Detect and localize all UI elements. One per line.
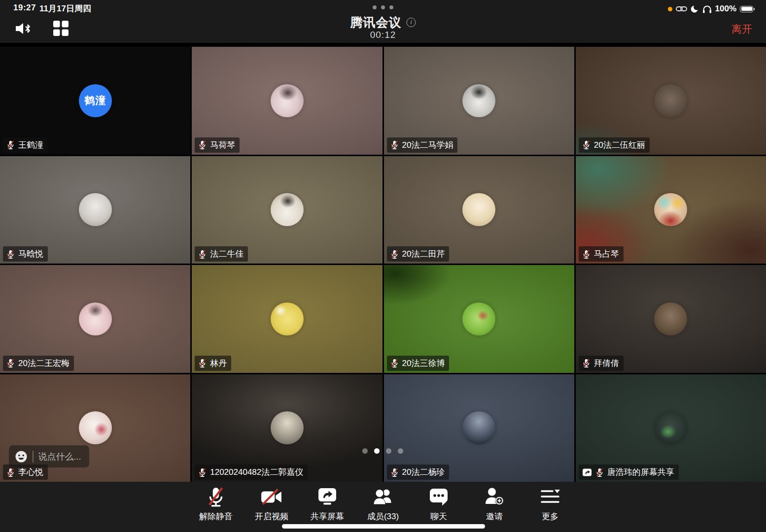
participant-avatar [654, 411, 687, 444]
participant-name: 法二牛佳 [210, 248, 244, 260]
participant-tile[interactable]: 法二牛佳 [192, 156, 382, 264]
share-screen-icon [317, 487, 338, 507]
meeting-title: 腾讯会议 [350, 14, 402, 31]
participant-avatar [462, 84, 495, 117]
leave-button[interactable]: 离开 [731, 22, 752, 36]
chat-quick-input[interactable]: 说点什么... [9, 445, 89, 467]
participant-avatar [654, 302, 687, 335]
muted-mic-icon [6, 140, 15, 150]
window-handle-dots[interactable] [373, 5, 393, 9]
participant-name-label: 20法二马学娟 [387, 137, 458, 153]
moon-icon [691, 5, 699, 13]
participant-tile[interactable]: 12020240482法二郭嘉仪 [192, 374, 382, 482]
battery-icon [740, 6, 753, 12]
muted-mic-icon [6, 249, 15, 259]
page-dot[interactable] [362, 448, 368, 454]
tool-label: 开启视频 [255, 511, 288, 522]
page-dot[interactable] [398, 448, 403, 454]
headphones-icon [702, 5, 712, 13]
participant-name-label: 马占琴 [579, 246, 624, 262]
participant-name-label: 拜倩倩 [579, 356, 624, 371]
participant-name: 马荷琴 [210, 139, 235, 151]
participant-name-label: 20法二田芹 [387, 246, 450, 262]
participant-tile[interactable]: 马占琴 [576, 156, 766, 264]
muted-mic-icon [198, 358, 207, 368]
members-button[interactable]: 成员(33) [358, 487, 408, 522]
participant-name: 拜倩倩 [594, 358, 619, 369]
participant-name: 唐浩玮的屏幕共享 [607, 466, 674, 478]
participant-name: 李心悦 [18, 466, 43, 478]
participant-name: 20法二田芹 [402, 248, 445, 260]
info-icon[interactable]: i [407, 18, 416, 27]
start-video-button[interactable]: 开启视频 [247, 487, 296, 522]
share-screen-button[interactable]: 共享屏幕 [303, 487, 352, 522]
muted-mic-icon [582, 358, 591, 368]
participant-tile[interactable]: 拜倩倩 [576, 265, 766, 373]
participant-tile[interactable]: 马晗悦 [0, 156, 190, 264]
participant-avatar [271, 302, 304, 335]
participant-name-label: 马荷琴 [195, 137, 240, 153]
more-lines-icon [540, 487, 560, 507]
participant-name: 马晗悦 [18, 248, 43, 260]
page-indicator[interactable] [362, 448, 403, 454]
participant-tile[interactable]: 20法二王宏梅 [0, 265, 190, 373]
participant-avatar [79, 411, 112, 444]
participant-name-label: 20法二伍红丽 [579, 137, 650, 153]
more-button[interactable]: 更多 [525, 487, 575, 522]
muted-mic-icon [390, 358, 399, 368]
top-bar: 19:27 11月17日周四 腾讯会议 i 00:12 [0, 0, 766, 47]
page-dot[interactable] [374, 448, 380, 454]
emoji-icon[interactable] [15, 450, 28, 463]
home-indicator[interactable] [282, 524, 485, 529]
tool-label: 聊天 [430, 511, 447, 522]
participant-tile[interactable]: 20法二田芹 [384, 156, 574, 264]
clock-date: 11月17日周四 [39, 3, 91, 14]
participant-name-label: 20法二王宏梅 [3, 356, 74, 371]
speaker-bluetooth-icon[interactable] [15, 22, 33, 35]
muted-mic-icon [6, 358, 15, 368]
participant-avatar [79, 302, 112, 335]
participant-tile[interactable]: 唐浩玮的屏幕共享 [576, 374, 766, 482]
layout-grid-icon[interactable] [53, 21, 69, 36]
participant-name-label: 20法三徐博 [387, 356, 450, 371]
participant-name: 王鹤潼 [18, 139, 43, 151]
meeting-screen: 19:27 11月17日周四 腾讯会议 i 00:12 [0, 0, 766, 532]
participant-avatar [462, 411, 495, 444]
participant-tile[interactable]: 20法二马学娟 [384, 47, 574, 155]
participant-name-label: 唐浩玮的屏幕共享 [579, 465, 679, 480]
invite-button[interactable]: 邀请 [470, 487, 519, 522]
participant-name: 20法二王宏梅 [18, 358, 70, 369]
page-dot[interactable] [386, 448, 391, 454]
participant-name-label: 法二牛佳 [195, 246, 248, 262]
chat-button[interactable]: 聊天 [414, 487, 463, 522]
divider [33, 451, 34, 463]
participant-name: 12020240482法二郭嘉仪 [210, 466, 303, 478]
participant-avatar [271, 411, 304, 444]
meeting-timer: 00:12 [370, 30, 396, 40]
participant-tile[interactable]: 20法二杨珍 [384, 374, 574, 482]
participant-name-label: 林丹 [195, 356, 231, 371]
chat-input-placeholder[interactable]: 说点什么... [38, 451, 81, 463]
participant-tile[interactable]: 20法三徐博 [384, 265, 574, 373]
system-status-icons: 100% [668, 4, 753, 14]
participant-tile[interactable]: 20法二伍红丽 [576, 47, 766, 155]
muted-mic-icon [198, 140, 207, 150]
link-icon [676, 5, 687, 12]
participant-tile[interactable]: 鹤潼 王鹤潼 [0, 47, 190, 155]
participant-tile[interactable]: 林丹 [192, 265, 382, 373]
muted-mic-icon [595, 467, 604, 477]
participant-name-label: 20法二杨珍 [387, 465, 450, 480]
participant-avatar [271, 193, 304, 226]
muted-mic-icon [390, 140, 399, 150]
participant-avatar [79, 193, 112, 226]
muted-mic-icon [390, 249, 399, 259]
add-person-icon [484, 487, 505, 507]
participant-name: 20法三徐博 [402, 358, 445, 369]
participant-name: 林丹 [210, 358, 227, 369]
muted-mic-icon [582, 140, 591, 150]
mic-active-dot-icon [668, 7, 672, 11]
unmute-button[interactable]: 解除静音 [191, 487, 241, 522]
participant-tile[interactable]: 马荷琴 [192, 47, 382, 155]
screen-share-icon [582, 467, 592, 477]
participant-avatar [654, 193, 687, 226]
